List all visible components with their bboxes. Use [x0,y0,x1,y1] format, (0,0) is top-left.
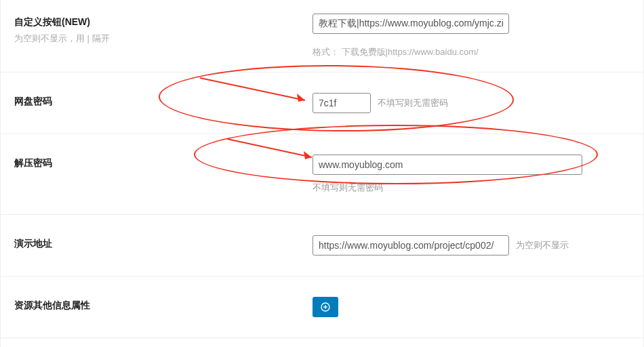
input-col: 不填写则无需密码 [313,93,637,113]
label-col: 资源其他信息属性 [14,297,313,312]
plus-circle-icon [320,302,331,312]
input-col: 不填写则无需密码 [313,155,637,194]
unzip-password-input[interactable] [313,155,582,175]
row-resource-attrs: 资源其他信息属性 [1,277,643,338]
label-resource-attrs: 资源其他信息属性 [14,300,313,312]
label-col: 网盘密码 [14,93,313,108]
input-col [313,297,637,317]
label-custom-button: 自定义按钮(NEW) [14,16,313,28]
row-custom-button: 自定义按钮(NEW) 为空则不显示，用 | 隔开 格式： 下载免费版|https… [1,0,643,73]
input-col: 为空则不显示 [313,235,637,256]
label-col: 解压密码 [14,155,313,169]
unzip-password-hint: 不填写则无需密码 [313,182,383,194]
label-col: 自定义按钮(NEW) 为空则不显示，用 | 隔开 [14,14,313,45]
row-sold-count: 已售数量 可自定义修改数字 [1,338,643,347]
demo-url-input[interactable] [313,235,509,256]
disk-password-hint: 不填写则无需密码 [378,97,448,109]
label-disk-password: 网盘密码 [14,96,313,108]
disk-password-input[interactable] [313,93,371,113]
row-disk-password: 网盘密码 不填写则无需密码 [1,73,643,134]
row-unzip-password: 解压密码 不填写则无需密码 [1,134,643,215]
label-col: 演示地址 [14,235,313,250]
add-attribute-button[interactable] [313,297,338,317]
input-col: 格式： 下载免费版|https://www.baidu.com/ [313,14,637,58]
row-demo-url: 演示地址 为空则不显示 [1,215,643,277]
settings-form: 自定义按钮(NEW) 为空则不显示，用 | 隔开 格式： 下载免费版|https… [0,0,644,347]
label-unzip-password: 解压密码 [14,157,313,169]
custom-button-hint: 格式： 下载免费版|https://www.baidu.com/ [313,46,637,58]
label-demo-url: 演示地址 [14,238,313,250]
demo-url-hint: 为空则不显示 [516,239,569,251]
custom-button-input[interactable] [313,14,509,34]
sublabel-custom-button: 为空则不显示，用 | 隔开 [14,33,313,45]
